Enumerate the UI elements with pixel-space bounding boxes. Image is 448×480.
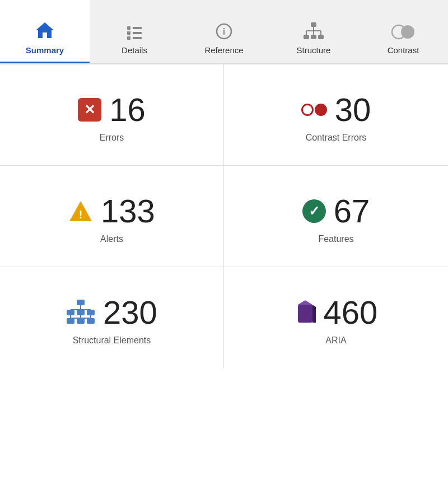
contrast-icon: [391, 24, 416, 42]
tab-contrast-label: Contrast: [388, 45, 419, 55]
info-icon: i: [216, 23, 232, 42]
tab-structure-label: Structure: [297, 45, 331, 55]
alert-icon: !: [68, 200, 93, 222]
svg-rect-1: [133, 27, 142, 29]
svg-rect-4: [127, 36, 130, 40]
errors-value: 16: [109, 94, 146, 126]
summary-grid: 16 Errors 30 Contrast Errors ! 133 Alert…: [0, 64, 448, 368]
features-value: 67: [334, 195, 370, 227]
tab-summary[interactable]: Summary: [0, 0, 90, 63]
structural-label: Structural Elements: [73, 335, 151, 346]
svg-text:i: i: [223, 27, 225, 36]
svg-rect-5: [133, 37, 142, 39]
features-icon: [302, 199, 326, 223]
features-label: Features: [318, 234, 353, 244]
svg-rect-3: [133, 32, 142, 34]
svg-rect-24: [67, 310, 74, 315]
aria-label: ARIA: [325, 335, 346, 346]
tab-reference-label: Reference: [204, 45, 243, 55]
metric-structural[interactable]: 230 Structural Elements: [0, 267, 224, 368]
home-icon: [35, 21, 55, 42]
contrast-errors-label: Contrast Errors: [306, 133, 366, 143]
metric-alerts[interactable]: ! 133 Alerts: [0, 165, 224, 267]
svg-rect-0: [127, 26, 130, 30]
list-icon: [126, 25, 143, 42]
structural-value: 230: [103, 296, 157, 329]
metric-contrast-errors[interactable]: 30 Contrast Errors: [224, 64, 448, 165]
aria-value: 460: [324, 296, 378, 329]
svg-rect-34: [298, 305, 312, 323]
tab-details[interactable]: Details: [90, 0, 179, 63]
contrast-errors-icon: [301, 104, 327, 116]
metric-errors[interactable]: 16 Errors: [0, 64, 224, 165]
svg-rect-10: [311, 35, 316, 39]
navigation-tabs: Summary Details i Reference: [0, 0, 448, 64]
aria-icon: [295, 299, 316, 326]
svg-marker-35: [298, 300, 312, 305]
svg-rect-9: [304, 35, 309, 39]
hierarchy-icon: [302, 22, 325, 42]
tab-reference[interactable]: i Reference: [179, 0, 269, 63]
structural-icon: [66, 299, 95, 326]
contrast-errors-value: 30: [335, 94, 371, 126]
svg-point-18: [401, 25, 414, 39]
structural-metric-row: 230: [66, 296, 157, 329]
svg-rect-21: [77, 300, 85, 305]
tab-contrast[interactable]: Contrast: [358, 0, 448, 63]
alerts-value: 133: [101, 195, 155, 227]
alerts-label: Alerts: [100, 234, 123, 244]
metric-aria[interactable]: 460 ARIA: [224, 267, 448, 368]
svg-rect-31: [67, 318, 74, 324]
errors-metric-row: 16: [78, 94, 146, 126]
errors-label: Errors: [100, 133, 124, 143]
aria-metric-row: 460: [295, 296, 378, 329]
tab-details-label: Details: [122, 45, 147, 55]
svg-rect-8: [311, 22, 316, 27]
svg-rect-25: [77, 310, 85, 315]
svg-marker-36: [312, 305, 316, 323]
alerts-metric-row: ! 133: [68, 195, 155, 227]
error-icon: [78, 98, 101, 122]
svg-rect-11: [318, 35, 324, 39]
svg-rect-32: [77, 318, 85, 324]
tab-summary-label: Summary: [26, 45, 64, 55]
svg-rect-2: [127, 31, 130, 35]
tab-structure[interactable]: Structure: [269, 0, 358, 63]
svg-rect-26: [87, 310, 95, 315]
metric-features[interactable]: 67 Features: [224, 165, 448, 267]
svg-text:!: !: [79, 208, 83, 221]
features-metric-row: 67: [302, 195, 370, 227]
contrast-errors-metric-row: 30: [301, 94, 371, 126]
svg-rect-33: [87, 318, 95, 324]
